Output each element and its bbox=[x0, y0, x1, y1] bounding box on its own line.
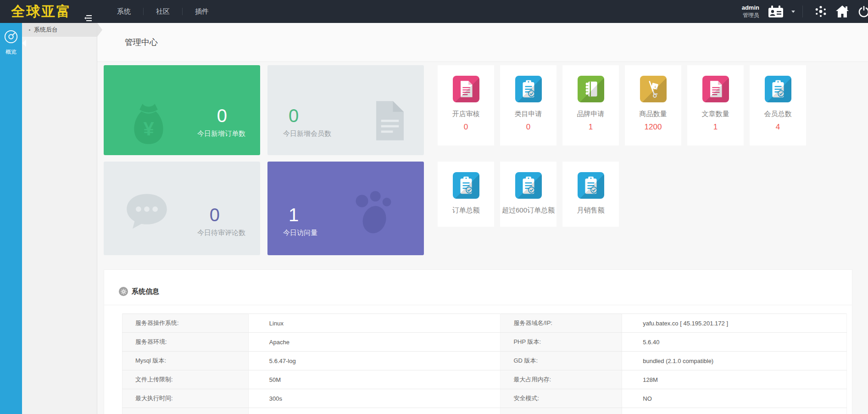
trolley-icon bbox=[640, 76, 667, 102]
table-row: 服务器环境: Apache PHP 版本: 5.6.40 bbox=[122, 333, 847, 352]
info-label: 最大占用内存: bbox=[501, 370, 622, 389]
quick-tile-article-count[interactable]: 文章数量 1 bbox=[687, 65, 744, 145]
secondary-sidebar: 系统后台 bbox=[22, 23, 97, 414]
top-nav: 系统 社区 插件 bbox=[105, 0, 221, 23]
breadcrumb-label: 系统后台 bbox=[34, 26, 58, 33]
power-icon[interactable] bbox=[857, 5, 868, 18]
info-value: NO bbox=[622, 389, 847, 408]
info-label bbox=[501, 408, 622, 414]
app-logo[interactable]: 全球亚富 bbox=[11, 0, 72, 23]
quick-tile-order-total-over600[interactable]: 超过600订单总额 bbox=[500, 162, 556, 227]
page-header: 管理中心 bbox=[97, 23, 868, 62]
tile-value: 4 bbox=[776, 123, 780, 132]
sidebar-toggle-icon[interactable] bbox=[84, 15, 92, 21]
clipboard-check-icon bbox=[578, 172, 604, 199]
info-value: bundled (2.1.0 compatible) bbox=[622, 352, 847, 370]
stat-value: 0 bbox=[210, 205, 220, 225]
table-row: 文件上传限制: 50M 最大占用内存: 128M bbox=[122, 370, 847, 389]
info-label: 服务器环境: bbox=[122, 333, 249, 352]
document-icon bbox=[702, 76, 729, 102]
breadcrumb-bullet bbox=[29, 29, 30, 31]
info-label: 服务器域名/IP: bbox=[501, 314, 622, 333]
info-label: PHP 版本: bbox=[501, 333, 622, 352]
quick-tile-monthly-sales[interactable]: 月销售额 bbox=[562, 162, 619, 227]
info-value: 50M bbox=[248, 370, 501, 389]
table-row bbox=[122, 408, 847, 414]
tile-label: 品牌申请 bbox=[577, 110, 605, 118]
tile-label: 月销售额 bbox=[577, 206, 605, 215]
quick-tile-goods-count[interactable]: 商品数量 1200 bbox=[625, 65, 681, 145]
active-item-pointer bbox=[22, 39, 26, 47]
system-info-header: 系统信息 bbox=[104, 270, 852, 305]
tile-value: 1 bbox=[589, 123, 593, 132]
tile-label: 订单总额 bbox=[452, 206, 480, 215]
quick-tile-category-apply[interactable]: 类目申请 0 bbox=[500, 65, 556, 145]
document-icon bbox=[372, 100, 408, 143]
info-label bbox=[122, 408, 249, 414]
clipboard-check-icon bbox=[765, 76, 791, 102]
home-icon[interactable] bbox=[835, 5, 849, 18]
info-label: Mysql 版本: bbox=[122, 352, 249, 370]
sidebar-item-label: 概览 bbox=[0, 48, 22, 56]
nav-item-community[interactable]: 社区 bbox=[144, 0, 182, 23]
nav-item-system[interactable]: 系统 bbox=[105, 0, 143, 23]
tile-value: 1 bbox=[713, 123, 718, 132]
quick-tile-order-total[interactable]: 订单总额 bbox=[438, 162, 494, 227]
info-value: 300s bbox=[248, 389, 501, 408]
gear-icon bbox=[119, 287, 128, 296]
stat-label: 今日新增会员数 bbox=[283, 129, 331, 138]
info-value: Apache bbox=[248, 333, 501, 352]
quick-tile-brand-apply[interactable]: 品牌申请 1 bbox=[562, 65, 619, 145]
nav-item-plugins[interactable]: 插件 bbox=[183, 0, 221, 23]
stat-card-pending-comments: 0 今日待审评论数 bbox=[104, 162, 260, 255]
stat-value: 0 bbox=[289, 106, 299, 126]
topbar-right: admin 管理员 bbox=[742, 0, 868, 23]
info-label: 最大执行时间: bbox=[122, 389, 249, 408]
quick-tile-member-total[interactable]: 会员总数 4 bbox=[750, 65, 806, 145]
tile-label: 会员总数 bbox=[764, 110, 792, 118]
tile-value: 0 bbox=[526, 123, 530, 132]
info-value: 5.6.47-log bbox=[248, 352, 501, 370]
tile-label: 开店审核 bbox=[452, 110, 480, 118]
info-label: 文件上传限制: bbox=[122, 370, 249, 389]
table-row: 服务器操作系统: Linux 服务器域名/IP: yafu.batex.co [… bbox=[122, 314, 847, 333]
quick-tile-store-audit[interactable]: 开店审核 0 bbox=[438, 65, 494, 145]
stat-card-new-members: 0 今日新增会员数 bbox=[267, 65, 424, 155]
breadcrumb[interactable]: 系统后台 bbox=[22, 23, 97, 37]
user-role: 管理员 bbox=[742, 12, 759, 19]
table-row: Mysql 版本: 5.6.47-log GD 版本: bundled (2.1… bbox=[122, 352, 847, 370]
clipboard-check-icon bbox=[453, 172, 479, 199]
stat-value: 0 bbox=[217, 106, 227, 126]
info-value bbox=[622, 408, 847, 414]
sidebar-item-overview[interactable]: 概览 bbox=[0, 23, 22, 56]
info-value: yafu.batex.co [ 45.195.201.172 ] bbox=[622, 314, 847, 333]
id-card-icon[interactable] bbox=[768, 6, 784, 18]
main-content: 管理中心 ¥ 0 今日新增订单数 0 今日新增会员数 bbox=[97, 23, 868, 414]
tile-label: 超过600订单总额 bbox=[502, 206, 555, 215]
svg-text:¥: ¥ bbox=[143, 118, 154, 140]
money-bag-icon: ¥ bbox=[128, 102, 170, 148]
share-hub-icon[interactable] bbox=[814, 5, 827, 18]
chevron-down-icon[interactable] bbox=[791, 11, 795, 15]
stat-label: 今日新增订单数 bbox=[197, 129, 245, 138]
comment-icon bbox=[125, 192, 169, 233]
info-label: 服务器操作系统: bbox=[122, 314, 249, 333]
table-row: 最大执行时间: 300s 安全模式: NO bbox=[122, 389, 847, 408]
notebook-icon bbox=[578, 76, 604, 102]
system-info-table: 服务器操作系统: Linux 服务器域名/IP: yafu.batex.co [… bbox=[122, 313, 847, 414]
tile-label: 商品数量 bbox=[640, 110, 667, 118]
tile-label: 类目申请 bbox=[515, 110, 542, 118]
tile-label: 文章数量 bbox=[702, 110, 729, 118]
info-value: 128M bbox=[622, 370, 847, 389]
stat-label: 今日访问量 bbox=[283, 229, 317, 237]
info-value bbox=[248, 408, 501, 414]
user-name: admin bbox=[742, 4, 759, 11]
gauge-icon bbox=[4, 29, 18, 44]
topbar-divider bbox=[802, 6, 803, 17]
info-value: Linux bbox=[248, 314, 501, 333]
stat-card-today-visits: 1 今日访问量 bbox=[267, 162, 424, 255]
document-icon bbox=[453, 76, 479, 102]
stat-card-new-orders: ¥ 0 今日新增订单数 bbox=[104, 65, 260, 155]
stat-value: 1 bbox=[289, 205, 299, 225]
user-meta[interactable]: admin 管理员 bbox=[742, 4, 759, 18]
